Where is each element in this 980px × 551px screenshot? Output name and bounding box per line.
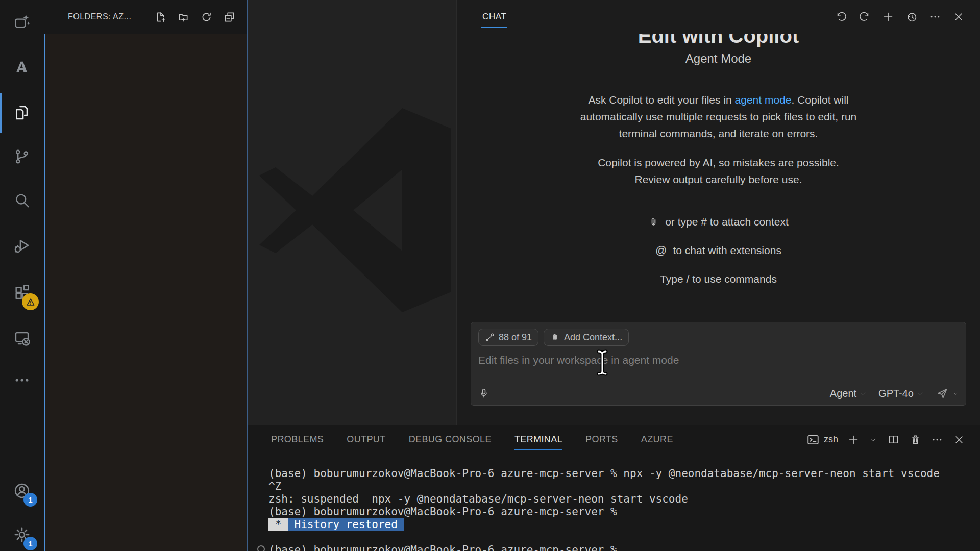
- plus-icon: [882, 11, 894, 23]
- collapse-all-icon: [224, 11, 235, 23]
- panel-tabs: PROBLEMS OUTPUT DEBUG CONSOLE TERMINAL P…: [271, 425, 673, 454]
- refresh-button[interactable]: [200, 10, 213, 23]
- launch-profile-button[interactable]: [869, 433, 878, 446]
- vscode-window: 1 1 FOLDERS: AZ...: [0, 0, 980, 551]
- mode-selector[interactable]: Agent: [830, 388, 866, 399]
- new-terminal-button[interactable]: [847, 433, 860, 446]
- hint-commands-text: Type / to use commands: [660, 273, 777, 285]
- source-control-icon: [13, 148, 31, 165]
- explorer-tree[interactable]: [44, 34, 247, 551]
- split-editor-icon: [888, 434, 899, 445]
- tab-terminal[interactable]: TERMINAL: [514, 425, 562, 454]
- close-icon: [953, 11, 964, 22]
- bottom-panel: PROBLEMS OUTPUT DEBUG CONSOLE TERMINAL P…: [248, 425, 980, 550]
- model-selector[interactable]: GPT-4o: [878, 388, 923, 399]
- tab-problems[interactable]: PROBLEMS: [271, 425, 324, 454]
- tools-icon: [485, 333, 495, 342]
- chevron-down-icon: [953, 391, 959, 396]
- new-file-icon: [155, 11, 166, 23]
- redo-button[interactable]: [859, 11, 871, 23]
- chat-input-bottom-bar: Agent GPT-4o: [478, 387, 959, 400]
- chat-intro-paragraph: Ask Copilot to edit your files in agent …: [566, 91, 872, 142]
- panel-more-button[interactable]: [930, 433, 944, 446]
- history-restored-chip: History restored: [288, 518, 404, 531]
- split-terminal-button[interactable]: [887, 433, 900, 446]
- vscode-logo-watermark: [251, 108, 455, 312]
- chat-input-box[interactable]: 88 of 91 Add Context... Edit files in yo…: [471, 322, 966, 406]
- history-icon: [906, 11, 918, 23]
- trash-icon: [910, 434, 921, 445]
- send-button[interactable]: [936, 387, 959, 400]
- tab-azure[interactable]: AZURE: [641, 425, 673, 454]
- hint-extensions: @ to chat with extensions: [655, 243, 781, 258]
- chat-more-button[interactable]: [929, 11, 941, 23]
- accounts-badge: 1: [23, 493, 37, 507]
- activity-item-extensions[interactable]: [0, 277, 44, 308]
- ellipsis-icon: [929, 11, 941, 22]
- activity-item-copilot[interactable]: [0, 7, 44, 38]
- hint-attach-text: or type # to attach context: [665, 216, 789, 228]
- chat-actions: [835, 11, 965, 23]
- chat-header: CHAT: [457, 0, 980, 34]
- panel-close-button[interactable]: [952, 433, 966, 446]
- undo-button[interactable]: [835, 11, 847, 23]
- chat-welcome-subtitle: Agent Mode: [457, 51, 980, 66]
- activity-bar: 1 1: [0, 0, 44, 551]
- tab-ports[interactable]: PORTS: [585, 425, 618, 454]
- activity-item-remote-explorer[interactable]: [0, 322, 44, 354]
- chevron-down-icon: [870, 436, 877, 443]
- activity-item-more[interactable]: [0, 364, 44, 396]
- tab-output[interactable]: OUTPUT: [347, 425, 385, 454]
- tab-chat[interactable]: CHAT: [482, 0, 506, 34]
- intro-text: Ask Copilot to edit your files in: [588, 94, 734, 106]
- activity-item-explorer[interactable]: [0, 97, 44, 129]
- files-icon: [13, 104, 31, 121]
- new-folder-button[interactable]: [177, 10, 190, 23]
- active-terminal-selector[interactable]: zsh: [806, 433, 838, 446]
- new-folder-icon: [178, 11, 189, 23]
- collapse-all-button[interactable]: [223, 10, 236, 23]
- activity-item-run-debug[interactable]: [0, 230, 44, 262]
- at-icon: @: [655, 244, 667, 257]
- new-file-button[interactable]: [154, 10, 167, 23]
- run-debug-icon: [13, 237, 31, 255]
- terminal-line: ^Z: [268, 480, 975, 493]
- terminal-line: zsh: suspended npx -y @neondatabase/mcp-…: [268, 493, 975, 506]
- undo-icon: [836, 11, 847, 22]
- paperclip-icon: [550, 333, 560, 342]
- shell-label: zsh: [824, 434, 838, 445]
- activity-item-accounts[interactable]: 1: [0, 475, 44, 507]
- tab-debug-console[interactable]: DEBUG CONSOLE: [409, 425, 492, 454]
- sidebar-header: FOLDERS: AZ...: [44, 0, 247, 34]
- sidebar-actions: [154, 10, 236, 23]
- main-area: CHAT: [248, 0, 980, 551]
- hint-attach-context: or type # to attach context: [648, 214, 789, 230]
- refresh-icon: [201, 11, 212, 23]
- chat-input-placeholder[interactable]: Edit files in your workspace in agent mo…: [478, 354, 959, 366]
- activity-item-search[interactable]: [0, 185, 44, 216]
- new-chat-button[interactable]: [882, 11, 894, 23]
- tools-button[interactable]: 88 of 91: [478, 329, 538, 346]
- microphone-button[interactable]: [478, 388, 489, 399]
- add-context-button[interactable]: Add Context...: [544, 329, 629, 346]
- chat-hints: or type # to attach context @ to chat wi…: [457, 214, 980, 287]
- add-context-label: Add Context...: [564, 332, 622, 343]
- chevron-down-icon: [917, 390, 923, 397]
- terminal[interactable]: (base) boburumurzokov@MacBook-Pro-6 azur…: [248, 454, 980, 550]
- terminal-line-blank: [268, 531, 975, 544]
- kill-terminal-button[interactable]: [909, 433, 922, 446]
- activity-item-settings[interactable]: 1: [0, 519, 44, 550]
- history-star-chip: *: [268, 518, 288, 531]
- settings-badge: 1: [23, 537, 37, 550]
- mode-label: Agent: [830, 388, 856, 399]
- chat-close-button[interactable]: [952, 11, 965, 23]
- chat-history-button[interactable]: [905, 11, 918, 23]
- activity-item-azure[interactable]: [0, 52, 44, 83]
- microphone-icon: [478, 388, 489, 399]
- activity-item-source-control[interactable]: [0, 141, 44, 172]
- agent-mode-link[interactable]: agent mode: [735, 94, 792, 106]
- search-icon: [13, 192, 31, 209]
- tools-count: 88 of 91: [499, 332, 532, 343]
- editor-area[interactable]: [248, 0, 456, 425]
- send-icon: [936, 387, 949, 400]
